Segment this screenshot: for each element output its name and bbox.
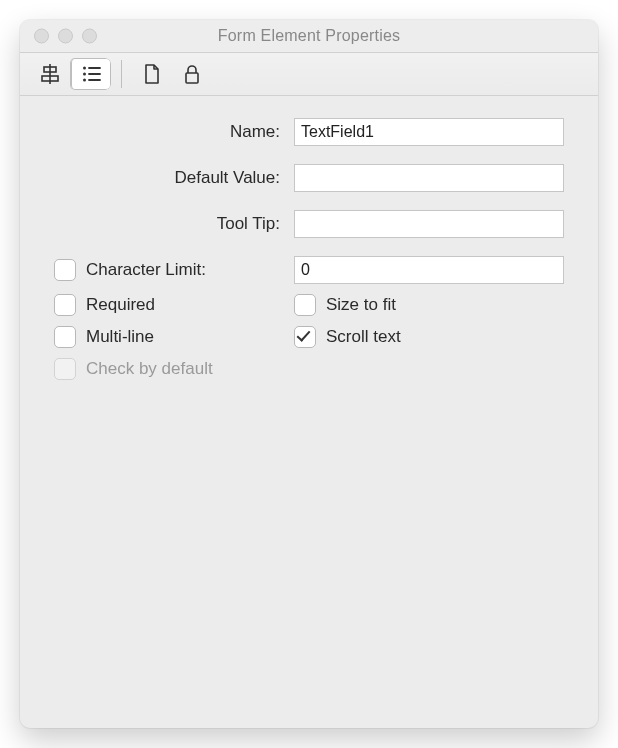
tooltip-input[interactable] bbox=[294, 210, 564, 238]
form-content: Name: Default Value: Tool Tip: Character… bbox=[20, 96, 598, 728]
window: Form Element Properties bbox=[20, 20, 598, 728]
toolbar-divider bbox=[121, 60, 122, 88]
multiline-checkbox[interactable] bbox=[54, 326, 76, 348]
scroll-text-checkbox[interactable] bbox=[294, 326, 316, 348]
name-label: Name: bbox=[54, 122, 294, 142]
character-limit-label: Character Limit: bbox=[86, 260, 206, 280]
check-by-default-label: Check by default bbox=[86, 359, 213, 379]
list-icon bbox=[80, 63, 102, 85]
titlebar: Form Element Properties bbox=[20, 20, 598, 53]
svg-rect-9 bbox=[186, 73, 198, 83]
minimize-window-button[interactable] bbox=[58, 29, 73, 44]
size-to-fit-label: Size to fit bbox=[326, 295, 396, 315]
multiline-scroll-row: Multi-line Scroll text bbox=[54, 326, 564, 348]
svg-point-3 bbox=[83, 67, 86, 70]
toolbar-segment bbox=[30, 58, 111, 90]
default-value-row: Default Value: bbox=[54, 164, 564, 192]
tooltip-label: Tool Tip: bbox=[54, 214, 294, 234]
name-row: Name: bbox=[54, 118, 564, 146]
options-section: Character Limit: Required Size to fit bbox=[54, 256, 564, 380]
window-controls bbox=[20, 29, 97, 44]
toolbar bbox=[20, 53, 598, 96]
lock-icon bbox=[182, 63, 202, 85]
scroll-text-label: Scroll text bbox=[326, 327, 401, 347]
required-checkbox[interactable] bbox=[54, 294, 76, 316]
svg-point-7 bbox=[83, 79, 86, 82]
character-limit-checkbox[interactable] bbox=[54, 259, 76, 281]
character-limit-row: Character Limit: bbox=[54, 256, 564, 284]
name-input[interactable] bbox=[294, 118, 564, 146]
default-value-label: Default Value: bbox=[54, 168, 294, 188]
character-limit-input[interactable] bbox=[294, 256, 564, 284]
required-label: Required bbox=[86, 295, 155, 315]
svg-point-5 bbox=[83, 73, 86, 76]
properties-tab[interactable] bbox=[70, 58, 111, 90]
check-by-default-row: Check by default bbox=[54, 358, 564, 380]
check-by-default-checkbox bbox=[54, 358, 76, 380]
zoom-window-button[interactable] bbox=[82, 29, 97, 44]
align-tab[interactable] bbox=[30, 58, 70, 90]
multiline-label: Multi-line bbox=[86, 327, 154, 347]
default-value-input[interactable] bbox=[294, 164, 564, 192]
window-title: Form Element Properties bbox=[20, 27, 598, 45]
close-window-button[interactable] bbox=[34, 29, 49, 44]
page-icon bbox=[142, 63, 162, 85]
required-sizetofit-row: Required Size to fit bbox=[54, 294, 564, 316]
align-icon bbox=[39, 63, 61, 85]
size-to-fit-checkbox[interactable] bbox=[294, 294, 316, 316]
page-tab[interactable] bbox=[132, 58, 172, 90]
tooltip-row: Tool Tip: bbox=[54, 210, 564, 238]
lock-tab[interactable] bbox=[172, 58, 212, 90]
